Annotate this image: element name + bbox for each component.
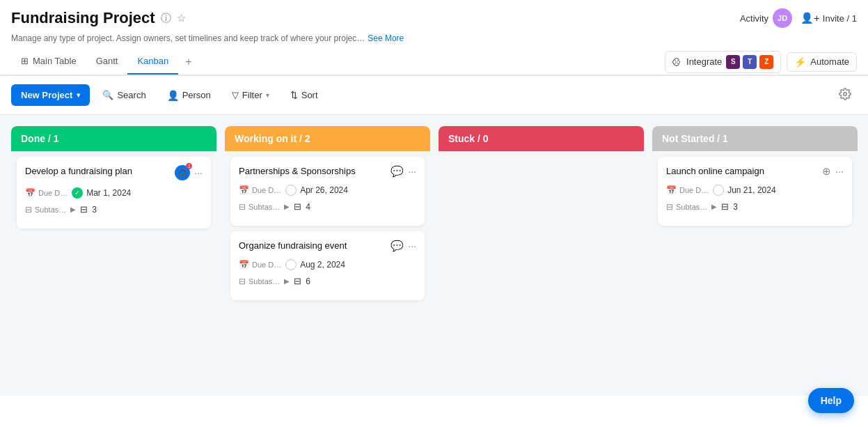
column-working-header: Working on it / 2 bbox=[225, 126, 430, 151]
calendar-icon: 📅 bbox=[25, 188, 35, 198]
done-status-icon: ✓ bbox=[72, 187, 83, 199]
person-icon: 👤 bbox=[167, 90, 179, 101]
see-more-link[interactable]: See More bbox=[368, 33, 404, 43]
column-working-body: Partnerships & Sponsorships 💬 ··· 📅 Due … bbox=[225, 151, 430, 385]
home-icon: ⊞ bbox=[21, 56, 29, 66]
subtask-icon: ⊟ bbox=[239, 277, 246, 286]
column-not-started-body: Launch online campaign ⊕ ··· 📅 Due D… Ju… bbox=[652, 151, 858, 385]
subtitle-text: Manage any type of project. Assign owner… bbox=[11, 33, 365, 43]
column-working: Working on it / 2 Partnerships & Sponsor… bbox=[225, 126, 430, 385]
filter-icon: ▽ bbox=[232, 90, 239, 100]
kanban-board: Done / 1 Develop a fundraising plan 🎧 1 … bbox=[0, 115, 868, 396]
expand-icon[interactable]: ▶ bbox=[711, 203, 717, 210]
activity-label: Activity bbox=[740, 13, 768, 24]
add-tab-button[interactable]: + bbox=[178, 50, 198, 74]
card-field-date: 📅 Due D… Jun 21, 2024 bbox=[666, 185, 844, 196]
search-icon: 🔍 bbox=[102, 90, 113, 100]
subtask-icon: ⊟ bbox=[666, 202, 673, 212]
expand-icon[interactable]: ▶ bbox=[284, 203, 290, 210]
subtask-icon: ⊟ bbox=[80, 204, 88, 215]
column-done-header: Done / 1 bbox=[11, 126, 216, 151]
empty-status-icon bbox=[285, 259, 297, 270]
column-stuck-header: Stuck / 0 bbox=[439, 126, 644, 151]
search-button[interactable]: 🔍 Search bbox=[94, 85, 154, 105]
subtask-icon: ⊟ bbox=[25, 205, 32, 215]
card-add-button[interactable]: ⊕ bbox=[822, 165, 831, 178]
chevron-down-icon: ▾ bbox=[77, 91, 80, 99]
card-title: Organize fundraising event bbox=[239, 240, 390, 252]
tab-kanban[interactable]: Kanban bbox=[127, 49, 178, 75]
card-field-subtask: ⊟ Subtas… ▶ ⊟ 3 bbox=[666, 201, 844, 212]
kanban-card: Launch online campaign ⊕ ··· 📅 Due D… Ju… bbox=[658, 157, 852, 226]
column-done: Done / 1 Develop a fundraising plan 🎧 1 … bbox=[11, 126, 216, 385]
project-title: Fundraising Project bbox=[11, 9, 155, 27]
toolbar: New Project ▾ 🔍 Search 👤 Person ▽ Filter… bbox=[0, 76, 868, 115]
star-icon[interactable]: ☆ bbox=[177, 12, 186, 24]
card-field-date: 📅 Due D… ✓ Mar 1, 2024 bbox=[25, 187, 203, 199]
card-title: Develop a fundraising plan bbox=[25, 165, 175, 178]
empty-status-icon bbox=[713, 185, 724, 196]
automate-icon: ⚡ bbox=[794, 56, 806, 68]
column-done-body: Develop a fundraising plan 🎧 1 ··· 📅 Due… bbox=[11, 151, 216, 385]
zapier-icon: Z bbox=[759, 55, 773, 69]
sort-icon: ⇅ bbox=[290, 90, 298, 100]
card-field-subtask: ⊟ Subtas… ▶ ⊟ 6 bbox=[239, 276, 416, 286]
new-project-button[interactable]: New Project ▾ bbox=[11, 84, 90, 106]
card-field-subtask: ⊟ Subtas… ▶ ⊟ 4 bbox=[239, 201, 416, 212]
card-title: Partnerships & Sponsorships bbox=[239, 165, 390, 178]
expand-icon[interactable]: ▶ bbox=[70, 205, 76, 213]
integrate-button[interactable]: ⛒ Integrate S T Z bbox=[665, 51, 781, 73]
calendar-icon: 📅 bbox=[239, 260, 249, 270]
tab-gantt[interactable]: Gantt bbox=[86, 49, 128, 75]
slack-icon: S bbox=[726, 55, 740, 69]
filter-button[interactable]: ▽ Filter ▾ bbox=[223, 85, 278, 105]
card-field-date: 📅 Due D… Apr 26, 2024 bbox=[239, 185, 416, 196]
card-field-date: 📅 Due D… Aug 2, 2024 bbox=[239, 259, 416, 270]
avatar: JD bbox=[773, 8, 792, 28]
calendar-icon: 📅 bbox=[239, 185, 249, 195]
column-stuck-body bbox=[439, 151, 644, 385]
card-more-button[interactable]: ··· bbox=[408, 240, 416, 251]
kanban-card: Organize fundraising event 💬 ··· 📅 Due D… bbox=[230, 231, 425, 300]
integrate-icon: ⛒ bbox=[672, 56, 682, 68]
calendar-icon: 📅 bbox=[666, 185, 677, 195]
invite-button[interactable]: 👤+ Invite / 1 bbox=[800, 12, 857, 24]
teams-icon: T bbox=[743, 55, 757, 69]
new-project-label: New Project bbox=[21, 90, 72, 100]
settings-button[interactable] bbox=[833, 83, 857, 107]
column-not-started-header: Not Started / 1 bbox=[652, 126, 858, 151]
svg-point-0 bbox=[844, 93, 847, 96]
card-field-subtask: ⊟ Subtas… ▶ ⊟ 3 bbox=[25, 204, 203, 215]
kanban-card: Partnerships & Sponsorships 💬 ··· 📅 Due … bbox=[230, 157, 425, 226]
card-comment-button[interactable]: 💬 bbox=[390, 165, 404, 178]
card-more-button[interactable]: ··· bbox=[408, 166, 416, 177]
person-assigned-icon: 🎧 1 bbox=[175, 165, 190, 180]
person-button[interactable]: 👤 Person bbox=[159, 85, 219, 106]
help-button[interactable]: Help bbox=[808, 388, 854, 396]
subtask-icon: ⊟ bbox=[721, 201, 729, 212]
expand-icon[interactable]: ▶ bbox=[284, 277, 290, 285]
subtask-icon: ⊟ bbox=[294, 201, 301, 212]
tab-main-table[interactable]: ⊞ Main Table bbox=[11, 49, 86, 75]
card-more-button[interactable]: ··· bbox=[835, 166, 844, 177]
subtask-icon: ⊟ bbox=[239, 202, 246, 212]
column-stuck: Stuck / 0 bbox=[439, 126, 644, 385]
settings-icon bbox=[839, 88, 851, 100]
subtask-icon: ⊟ bbox=[294, 276, 301, 286]
column-not-started: Not Started / 1 Launch online campaign ⊕… bbox=[652, 126, 858, 385]
filter-chevron-icon: ▾ bbox=[266, 91, 269, 99]
subtitle-row: Manage any type of project. Assign owner… bbox=[11, 31, 857, 49]
activity-button[interactable]: Activity JD bbox=[740, 8, 792, 28]
info-icon[interactable]: ⓘ bbox=[161, 12, 171, 25]
card-comment-button[interactable]: 💬 bbox=[390, 240, 404, 252]
kanban-card: Develop a fundraising plan 🎧 1 ··· 📅 Due… bbox=[17, 157, 211, 228]
page-header: Fundraising Project ⓘ ☆ Activity JD 👤+ I… bbox=[0, 0, 868, 76]
sort-button[interactable]: ⇅ Sort bbox=[282, 85, 326, 105]
card-title: Launch online campaign bbox=[666, 165, 822, 178]
notification-badge: 1 bbox=[186, 163, 192, 169]
invite-label: Invite / 1 bbox=[823, 13, 857, 24]
automate-button[interactable]: ⚡ Automate bbox=[787, 52, 857, 72]
empty-status-icon bbox=[285, 185, 297, 196]
card-more-button[interactable]: ··· bbox=[194, 167, 203, 178]
